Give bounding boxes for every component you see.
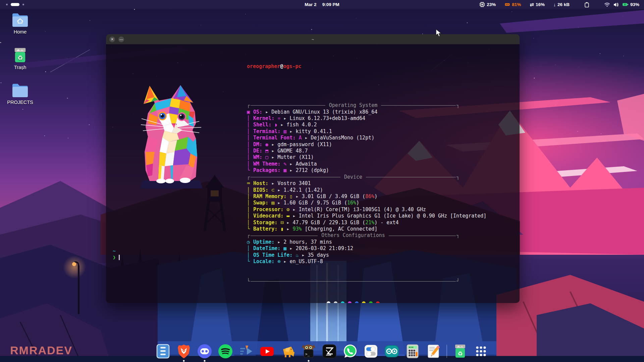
dock-item-text-editor[interactable] (426, 344, 441, 359)
fastfetch-row: │Processor: ⚙ ▸ Intel(R) Core(TM) i3-100… (247, 206, 482, 213)
top-bar: Mar 2 9:09 PM 23% (0, 0, 644, 9)
swap-usage: 16% (536, 2, 545, 7)
kitty-terminal-icon: >_ (301, 344, 316, 359)
dock-item-discord[interactable] (197, 344, 212, 359)
fastfetch-row: ▣OS: ▸ Debian GNU/Linux 13 (trixie) x86_… (247, 109, 482, 115)
artist-watermark: RMRADEV (10, 344, 72, 357)
desktop-icon-projects[interactable]: PROJECTS (4, 82, 36, 105)
section-header: ┌ Operating System ┐ (247, 102, 460, 109)
elephant-app-icon (280, 344, 296, 359)
fastfetch-row: │Terminal: ▥ ▸ kitty 0.41.1 (247, 128, 482, 135)
fastfetch-row: │DE: ⬒ ▸ GNOME 48.7 (247, 148, 482, 154)
dock-item-elephant-app[interactable] (280, 344, 296, 359)
dock-item-media-player[interactable] (238, 344, 254, 359)
window-titlebar[interactable]: ✕ — ~ (106, 34, 520, 44)
minimize-button[interactable]: — (118, 37, 124, 42)
memory-indicator[interactable]: 81% (504, 2, 521, 7)
wifi-icon[interactable] (604, 2, 610, 7)
system-tray[interactable]: 23% 81% ⇄ 16% ↓ 26 kB (479, 2, 644, 8)
dock-separator (446, 345, 447, 358)
clock-date: Mar 2 (305, 2, 316, 7)
palette-dot (355, 301, 359, 303)
fastfetch-row: │RAM Memory: ▯ ▸ 3.01 GiB / 3.49 GiB (86… (247, 193, 482, 200)
prompt-cwd: ~ (113, 248, 120, 254)
dock-item-zed-editor[interactable] (322, 344, 337, 359)
battery-level: 93% (630, 2, 639, 7)
calculator-icon (405, 344, 420, 359)
spotify-icon (218, 344, 233, 359)
fastfetch-sections: ┌ Operating System ┐▣OS: ▸ Debian GNU/Li… (247, 102, 482, 265)
fastfetch-row: └Locale: ⊕ ▸ en_US.UTF-8 (247, 258, 482, 265)
fastfetch-row: │Storage: ⊟ ▸ 47.79 GiB / 229.13 GiB (21… (247, 220, 482, 226)
palette-dot (327, 301, 330, 303)
dock-item-brave-browser[interactable] (176, 344, 192, 359)
dock-item-app-grid[interactable] (473, 344, 489, 359)
fastfetch-output: oreographer@ogs-pc ┌ Operating System ┐▣… (247, 50, 482, 303)
palette-dot (348, 301, 352, 303)
desktop-icon-home[interactable]: Home (4, 12, 36, 35)
terminal-content[interactable]: oreographer@ogs-pc ┌ Operating System ┐▣… (106, 44, 520, 303)
dock-item-calculator[interactable] (405, 344, 420, 359)
dock-item-trash[interactable]: ♻ (452, 344, 468, 359)
fastfetch-row: │DateTime: ▦ ▸ 2026-03-02 21:09:12 (247, 245, 482, 252)
volume-icon[interactable] (613, 2, 619, 7)
zed-editor-icon (322, 344, 337, 359)
box-bottom-border: └┘ (247, 278, 460, 285)
network-indicator[interactable]: ↓ 26 kB (553, 2, 570, 7)
terminal-window[interactable]: ✕ — ~ (106, 34, 520, 303)
shell-prompt[interactable]: ~ ❯ (113, 248, 120, 261)
desktop-icon-trash[interactable]: ♻ Trash (4, 47, 36, 70)
text-cursor (119, 255, 120, 260)
files-icon (155, 344, 171, 359)
dock-item-files[interactable] (155, 344, 171, 359)
close-button[interactable]: ✕ (109, 37, 115, 42)
memory-usage: 81% (512, 2, 521, 7)
fastfetch-row: │Videocard: ▬ ▸ Intel Iris Plus Graphics… (247, 213, 482, 219)
palette-dot (362, 301, 366, 303)
workspace-dot[interactable] (22, 4, 24, 5)
swap-indicator[interactable]: ⇄ 16% (530, 2, 545, 8)
dock-item-spotify[interactable] (218, 344, 233, 359)
dock-item-gnome-settings[interactable] (363, 344, 379, 359)
download-arrow-icon: ↓ (553, 2, 556, 7)
desktop-icon-label: Trash (4, 65, 36, 70)
running-indicator (308, 360, 310, 362)
clipboard-icon[interactable] (584, 2, 590, 8)
fastfetch-row: │OS Time Life: ♨ ▸ 35 days (247, 252, 482, 258)
dock-item-youtube[interactable] (259, 344, 275, 359)
workspace-indicator[interactable] (6, 3, 24, 6)
brave-browser-icon (176, 344, 192, 359)
section-header: ┌ Others Configurations ┐ (247, 232, 460, 239)
home-folder-icon (11, 12, 29, 28)
whatsapp-icon (342, 344, 358, 359)
gnome-settings-icon (363, 344, 379, 359)
memory-icon (504, 2, 510, 7)
dock: >_♻ (0, 344, 644, 359)
dock-item-arduino-ide[interactable] (384, 344, 399, 359)
dock-item-whatsapp[interactable] (342, 344, 358, 359)
desktop-screen: Mar 2 9:09 PM 23% (0, 0, 644, 362)
battery-icon (622, 2, 629, 7)
cpu-indicator[interactable]: 23% (479, 2, 496, 7)
arrows-icon: ⇄ (530, 2, 534, 8)
workspace-active-pill[interactable] (11, 3, 19, 6)
svg-text:♻: ♻ (458, 350, 463, 357)
desktop-icon-label: Home (4, 29, 36, 35)
clock-time: 9:09 PM (322, 2, 339, 7)
close-icon: ✕ (111, 38, 114, 41)
youtube-icon (259, 344, 275, 359)
svg-text:♻: ♻ (17, 54, 23, 61)
workspace-dot[interactable] (6, 4, 8, 5)
network-rate: 26 kB (557, 2, 570, 7)
palette-dot (376, 301, 380, 303)
minimize-icon: — (119, 38, 123, 41)
dock-item-kitty-terminal[interactable]: >_ (301, 344, 316, 359)
fastfetch-row: └Battery: ▮ ▸ 93% [Charging, AC Connecte… (247, 226, 482, 232)
wpap-cat-artwork (140, 80, 203, 190)
running-indicator (204, 360, 206, 362)
media-player-icon (238, 344, 254, 359)
fastfetch-row: │BIOS: ⊂ ▸ 1.42.1 (1.42) (247, 187, 482, 193)
text-editor-icon (426, 344, 441, 359)
fastfetch-row: │Terminal Font: A ▸ DejaVuSansMono (12pt… (247, 135, 482, 141)
battery-indicator[interactable]: 93% (622, 2, 639, 7)
